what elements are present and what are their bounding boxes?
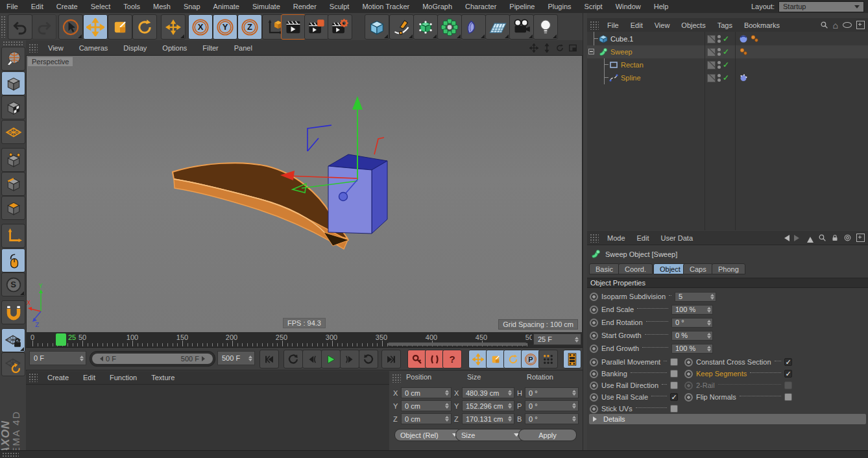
menu-plugins[interactable]: Plugins — [541, 3, 577, 10]
size-y-field[interactable]: 152.296 cm — [462, 400, 514, 411]
menu-render[interactable]: Render — [287, 3, 323, 10]
interaction-tag-icon[interactable] — [739, 47, 748, 56]
autokey-button[interactable] — [425, 350, 444, 368]
layout-dropdown[interactable]: Startup — [778, 1, 864, 12]
spinner-arrows-icon[interactable] — [80, 354, 84, 363]
y-axis-lock-button[interactable]: Y — [213, 14, 237, 40]
size-z-field[interactable]: 170.131 cm — [462, 413, 514, 424]
anim-dot-icon[interactable] — [684, 358, 693, 367]
object-row-cube[interactable]: Cube.1 ✓ — [587, 32, 868, 45]
menu-tools[interactable]: Tools — [117, 3, 147, 10]
details-expander[interactable]: Details — [589, 414, 866, 424]
keyframe-selection-button[interactable]: ? — [442, 350, 462, 368]
constant-cross-section-checkbox[interactable] — [784, 358, 792, 366]
redo-button[interactable] — [32, 14, 56, 40]
enable-snap-button[interactable] — [1, 300, 25, 324]
spinner-arrows-icon[interactable] — [575, 335, 579, 344]
object-row-spline[interactable]: Spline ✓ — [587, 71, 868, 84]
menu-simulate[interactable]: Simulate — [246, 3, 287, 10]
banking-checkbox[interactable] — [670, 370, 678, 378]
render-picture-viewer-button[interactable] — [304, 14, 329, 40]
lock-icon[interactable] — [831, 234, 839, 242]
visibility-toggles[interactable]: ✓ — [707, 34, 729, 43]
workplane-button[interactable] — [1, 352, 25, 376]
undo-button[interactable] — [8, 14, 32, 40]
live-selection-tool-button[interactable] — [58, 14, 83, 40]
spinner-arrows-icon[interactable] — [248, 354, 252, 363]
add-spline-pen-button[interactable] — [389, 14, 414, 40]
anim-dot-icon[interactable] — [590, 344, 598, 353]
am-menu-edit[interactable]: Edit — [631, 234, 655, 242]
enabled-check-icon[interactable]: ✓ — [723, 60, 729, 69]
key-parameter-toggle[interactable]: P — [521, 350, 540, 368]
visibility-toggles[interactable]: ✓ — [707, 73, 729, 82]
menu-snap[interactable]: Snap — [177, 3, 207, 10]
last-used-tool-button[interactable] — [161, 14, 186, 40]
polygons-mode-button[interactable] — [1, 196, 25, 220]
visibility-dots-icon[interactable] — [717, 48, 721, 56]
enabled-check-icon[interactable]: ✓ — [723, 73, 729, 82]
play-button[interactable] — [321, 350, 341, 368]
key-rotation-toggle[interactable] — [503, 350, 523, 368]
model-mode-button[interactable] — [1, 71, 25, 95]
rotation-p-field[interactable]: 0 ° — [525, 400, 579, 411]
menu-motion-tracker[interactable]: Motion Tracker — [356, 3, 416, 10]
add-subdivision-surface-button[interactable] — [413, 14, 438, 40]
visibility-dots-icon[interactable] — [717, 35, 721, 43]
phong-tag-icon[interactable] — [739, 34, 748, 43]
layer-toggle-icon[interactable] — [707, 35, 716, 43]
viewport-menu-panel[interactable]: Panel — [226, 44, 260, 52]
add-light-button[interactable] — [533, 14, 558, 40]
snap-settings-button[interactable]: S — [1, 272, 25, 296]
menu-window[interactable]: Window — [609, 3, 647, 10]
tag-list[interactable] — [739, 34, 759, 43]
add-cube-button[interactable] — [365, 14, 389, 40]
tab-caps[interactable]: Caps — [683, 263, 713, 274]
menu-create[interactable]: Create — [50, 3, 84, 10]
end-growth-field[interactable]: 100 % — [671, 344, 713, 354]
history-forward-icon[interactable] — [794, 235, 802, 241]
add-deformer-button[interactable] — [461, 14, 486, 40]
enabled-check-icon[interactable]: ✓ — [723, 34, 729, 43]
camera-label[interactable]: Perspective — [28, 57, 73, 66]
object-manager-grip[interactable] — [590, 21, 599, 30]
toggle-view-icon[interactable] — [568, 43, 577, 53]
texture-mode-button[interactable] — [1, 95, 25, 119]
add-panel-icon[interactable] — [856, 234, 865, 242]
use-rail-scale-checkbox[interactable] — [670, 393, 678, 401]
camera-rotate-icon[interactable] — [555, 43, 564, 53]
timeline-ruler[interactable]: 0 50 100 150 200 250 300 350 400 450 500… — [26, 332, 583, 348]
stick-uvs-checkbox[interactable] — [670, 405, 678, 413]
render-view-button[interactable] — [281, 14, 306, 40]
anim-dot-icon[interactable] — [590, 358, 598, 367]
anim-dot-icon[interactable] — [590, 319, 598, 327]
om-menu-view[interactable]: View — [649, 21, 676, 29]
use-rail-direction-checkbox[interactable] — [670, 381, 678, 389]
search-icon[interactable] — [818, 234, 826, 242]
lock-workplane-button[interactable] — [1, 328, 25, 352]
viewport-menu-options[interactable]: Options — [154, 44, 195, 52]
palette-grip[interactable] — [3, 41, 23, 46]
timeline-preview-range[interactable] — [388, 343, 527, 346]
edges-mode-button[interactable] — [1, 172, 25, 196]
z-axis-lock-button[interactable]: Z — [237, 14, 262, 40]
camera-pan-icon[interactable] — [529, 43, 538, 53]
workplane-mode-button[interactable] — [1, 120, 25, 144]
eye-icon[interactable] — [843, 22, 852, 28]
scale-tool-button[interactable] — [108, 14, 132, 40]
coord-mode-dropdown[interactable]: Object (Rel) — [394, 429, 463, 441]
anim-dot-icon[interactable] — [590, 370, 598, 378]
om-menu-objects[interactable]: Objects — [675, 21, 711, 29]
target-icon[interactable] — [843, 234, 852, 242]
point-tag-icon[interactable] — [739, 73, 748, 82]
coord-size-dropdown[interactable]: Size — [455, 429, 525, 441]
viewport-menu-cameras[interactable]: Cameras — [71, 44, 116, 52]
next-frame-button[interactable] — [340, 350, 359, 368]
camera-zoom-icon[interactable] — [542, 43, 551, 53]
open-timeline-button[interactable] — [563, 350, 581, 368]
status-grip[interactable] — [2, 452, 19, 457]
add-panel-icon[interactable] — [856, 21, 865, 29]
viewport-menu-display[interactable]: Display — [115, 44, 154, 52]
om-menu-file[interactable]: File — [601, 21, 625, 29]
size-x-field[interactable]: 480.39 cm — [462, 387, 514, 398]
